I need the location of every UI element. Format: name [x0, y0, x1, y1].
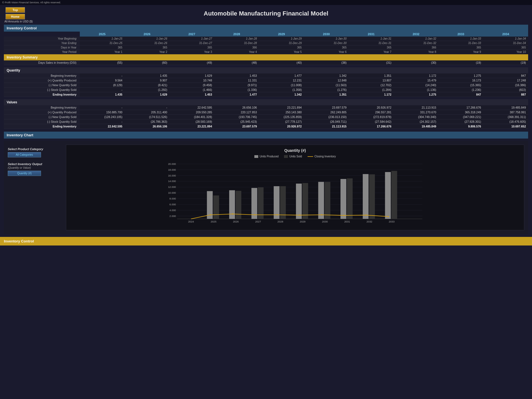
val-stock-sold-row: (-) Stock Quantity Sold - (26.786.363) (…	[4, 119, 528, 124]
svg-text:18.000: 18.000	[168, 168, 176, 171]
ye-2026: 31-Dec-26	[125, 41, 170, 45]
year-ending-row: Year Ending 31-Dec-25 31-Dec-26 31-Dec-2…	[4, 41, 528, 45]
bar-2026-produced	[229, 190, 235, 219]
svg-text:20.000: 20.000	[168, 162, 176, 165]
bar-2027-sold	[258, 187, 264, 219]
closing-dot-2025	[210, 214, 211, 215]
ye-2029: 31-Dec-29	[259, 41, 304, 45]
ye-2032: 31-Dec-32	[394, 41, 439, 45]
bar-2028-sold	[280, 186, 286, 219]
dsi-2029: (40)	[259, 60, 304, 65]
yb-2031: 1-Jan-31	[349, 37, 394, 41]
year-2026-header: 2026	[125, 32, 170, 37]
legend-closing-icon	[308, 156, 313, 157]
product-category-button[interactable]: All Categories	[8, 152, 41, 157]
nav-buttons: Top Home	[3, 6, 28, 21]
qty-stock-sold-row: (-) Stock Quantity Sold - (1.292) (1.466…	[4, 88, 528, 92]
svg-text:6.000: 6.000	[170, 203, 176, 206]
val-stock-sold-label: (-) Stock Quantity Sold	[4, 119, 80, 124]
year-2034-header: 2034	[483, 32, 528, 37]
quantity-section-header: Quantity	[4, 67, 528, 73]
inventory-output-label: Select Inventory Output	[8, 162, 60, 166]
dsi-2027: (49)	[169, 60, 214, 65]
header-table-wrapper: 2025 2026 2027 2028 2029 2030 2031 2032 …	[4, 32, 528, 54]
closing-dot-2030	[321, 214, 322, 215]
yb-2033: 1-Jan-33	[438, 37, 483, 41]
closing-dot-2027	[254, 214, 255, 215]
yb-2028: 1-Jan-28	[214, 37, 259, 41]
inventory-control-header: Inventory Control	[4, 25, 528, 32]
val-produced-row: (+) Quantity Produced 150.885.700 205.31…	[4, 110, 528, 115]
chart-content: Select Product Category All Categories S…	[4, 141, 528, 234]
main-content: Inventory Control 2025 2026 2027 2028 20…	[0, 25, 532, 234]
product-category-label: Select Product Category	[8, 147, 60, 151]
legend-sold-icon	[284, 155, 288, 158]
values-section-header: Values	[4, 99, 528, 105]
inventory-output-note: (Quantity or Value)	[8, 166, 60, 169]
closing-dot-2033	[388, 216, 389, 217]
closing-dot-2029	[299, 214, 300, 216]
legend-produced-label: Units Produced	[260, 155, 278, 158]
days-in-year-row: Days in Year 365 365 365 366 365 365 365…	[4, 45, 528, 50]
dsi-2025: (55)	[80, 60, 125, 65]
values-table-wrapper: Beginning Inventory - - 22.642.595 26.65…	[4, 105, 528, 129]
copyright-bar: © Profit Vision Financial Services. All …	[0, 0, 532, 5]
bar-2029-produced	[296, 184, 302, 219]
inventory-summary-header: Inventory Summary	[4, 54, 528, 60]
bar-2031-produced	[341, 179, 346, 219]
bar-2027-produced	[251, 188, 257, 219]
inventory-header-table: 2025 2026 2027 2028 2029 2030 2031 2032 …	[4, 32, 528, 54]
year-2032-header: 2032	[394, 32, 439, 37]
yb-2026: 1-Jan-26	[125, 37, 170, 41]
ye-2030: 31-Dec-30	[304, 41, 349, 45]
dsi-table-wrapper: Days Sales in Inventory (DSI) (55) (60) …	[4, 60, 528, 65]
dsi-label: Days Sales in Inventory (DSI)	[4, 60, 80, 65]
chart-legend: Units Produced Units Sold Closing Invent…	[70, 155, 521, 158]
year-ending-label: Year Ending	[4, 41, 80, 45]
ye-2031: 31-Dec-31	[349, 41, 394, 45]
val-new-sold-label: (-) New Quantity Sold	[4, 115, 80, 119]
quantity-table: Beginning Inventory - 1.435 1.629 1.453 …	[4, 73, 528, 97]
qty-produced-label: (+) Quantity Produced	[4, 78, 80, 83]
top-button[interactable]: Top	[6, 7, 25, 13]
svg-text:16.000: 16.000	[168, 174, 176, 177]
bar-2032-sold	[369, 174, 375, 219]
home-button[interactable]: Home	[6, 14, 25, 19]
year-beginning-label: Year Beginning	[4, 37, 80, 41]
year-2027-header: 2027	[169, 32, 214, 37]
dsi-2026: (60)	[125, 60, 170, 65]
yb-2025: 1-Jan-25	[80, 37, 125, 41]
inventory-output-button[interactable]: Quantity (#)	[8, 171, 41, 176]
svg-text:2032: 2032	[367, 220, 372, 223]
qty-new-sold-row: (-) New Quantity Sold (8.129) (8.421) (9…	[4, 83, 528, 88]
svg-text:2033: 2033	[389, 220, 395, 223]
footer-bar: Inventory Control	[0, 237, 532, 245]
quantity-table-wrapper: Beginning Inventory - 1.435 1.629 1.453 …	[4, 73, 528, 97]
dsi-row: Days Sales in Inventory (DSI) (55) (60) …	[4, 60, 528, 65]
bar-2033-sold	[391, 171, 397, 219]
val-beginning-row: Beginning Inventory - - 22.642.595 26.65…	[4, 105, 528, 110]
yb-2032: 1-Jan-32	[394, 37, 439, 41]
closing-dot-2026	[232, 213, 233, 214]
legend-closing-label: Closing Inventory	[314, 155, 336, 158]
year-2025-header: 2025	[80, 32, 125, 37]
yb-2030: 1-Jan-30	[304, 37, 349, 41]
val-new-sold-row: (-) New Quantity Sold (128.243.105) (174…	[4, 115, 528, 119]
dsi-2033: (19)	[438, 60, 483, 65]
bar-2030-produced	[318, 182, 324, 219]
qty-produced-row: (+) Quantity Produced 9.564 9.907 10.748…	[4, 78, 528, 83]
chart-controls: Select Product Category All Categories S…	[8, 145, 66, 230]
year-2028-header: 2028	[214, 32, 259, 37]
svg-text:2026: 2026	[233, 220, 239, 223]
svg-text:10.000: 10.000	[168, 191, 176, 194]
bar-2029-sold	[302, 183, 308, 219]
bar-2026-sold	[236, 191, 241, 219]
legend-sold-label: Units Sold	[289, 155, 302, 158]
inventory-output-control: Select Inventory Output (Quantity or Val…	[8, 162, 60, 176]
dsi-2030: (38)	[304, 60, 349, 65]
bar-chart-svg: 20.000 18.000 16.000 14.000 12.000 10.00…	[70, 160, 521, 226]
qty-ending-row: Ending Inventory 1.435 1.629 1.453 1.477…	[4, 92, 528, 97]
bar-2030-sold	[324, 182, 330, 219]
svg-text:2027: 2027	[255, 220, 261, 223]
qty-ending-label: Ending Inventory	[4, 92, 80, 97]
